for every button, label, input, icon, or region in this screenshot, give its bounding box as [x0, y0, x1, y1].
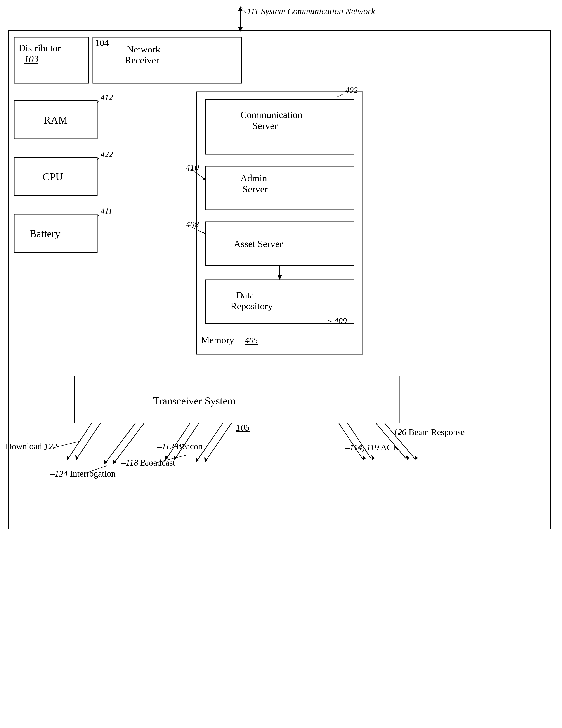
- comm-server-label: Communication: [241, 110, 302, 120]
- svg-marker-47: [371, 455, 375, 460]
- svg-marker-35: [113, 460, 116, 464]
- interrogation-label: –124 Interrogation: [50, 469, 116, 479]
- svg-marker-34: [104, 460, 107, 464]
- network-receiver-label: Network: [127, 44, 160, 55]
- ram-number: 412: [101, 93, 113, 102]
- comm-server-label2: Server: [253, 120, 278, 131]
- data-repo-number: 409: [334, 316, 347, 325]
- svg-marker-46: [363, 455, 366, 460]
- svg-line-41: [206, 423, 232, 461]
- admin-server-ref: 410: [186, 163, 199, 172]
- svg-marker-31: [75, 455, 79, 460]
- data-repo-label: Data: [236, 290, 254, 301]
- beam-response-label: –126 Beam Response: [389, 427, 465, 437]
- svg-marker-19: [203, 177, 206, 180]
- asset-server-ref: 408: [186, 219, 199, 229]
- broadcast-label: –118 Broadcast: [121, 458, 175, 468]
- asset-server-label: Asset Server: [234, 239, 283, 249]
- svg-marker-2: [238, 7, 243, 11]
- svg-line-33: [114, 423, 144, 463]
- transceiver-number: 105: [236, 423, 250, 433]
- download-label: Download 122: [5, 441, 57, 451]
- svg-line-32: [105, 423, 136, 463]
- svg-marker-24: [278, 275, 282, 280]
- svg-rect-17: [206, 166, 354, 210]
- admin-server-label2: Server: [243, 184, 268, 195]
- cpu-label: CPU: [43, 171, 63, 183]
- memory-ref: 402: [345, 85, 358, 95]
- memory-label: Memory: [201, 335, 234, 345]
- transceiver-label: Transceiver System: [153, 395, 236, 407]
- memory-number: 405: [245, 335, 258, 345]
- data-repo-label2: Repository: [231, 301, 273, 312]
- network-receiver-num-label: 104: [95, 38, 109, 48]
- battery-number: 411: [101, 206, 112, 216]
- svg-marker-50: [406, 455, 409, 460]
- admin-server-label: Admin: [241, 173, 267, 184]
- distributor-label: Distributor: [19, 43, 61, 54]
- cpu-number: 422: [101, 150, 113, 159]
- svg-rect-25: [206, 280, 354, 324]
- network-receiver-label2: Receiver: [125, 55, 159, 66]
- svg-rect-16: [206, 99, 354, 154]
- svg-rect-14: [197, 92, 363, 354]
- svg-text:111 System Communication Netwo: 111 System Communication Network: [247, 6, 375, 16]
- svg-marker-30: [67, 455, 70, 460]
- svg-line-15: [336, 94, 343, 97]
- diagram-svg: 111 System Communication Network Distrib…: [0, 0, 562, 728]
- diagram: 111 System Communication Network Distrib…: [0, 0, 562, 728]
- svg-line-26: [328, 320, 333, 322]
- battery-label: Battery: [30, 228, 60, 239]
- ack-label: –114, 119 ACK: [345, 442, 399, 452]
- svg-rect-7: [93, 37, 242, 83]
- svg-marker-42: [196, 457, 199, 462]
- beacon-label: –112 Beacon: [157, 441, 203, 451]
- ram-label: RAM: [44, 114, 68, 126]
- svg-marker-51: [415, 455, 418, 460]
- svg-marker-43: [204, 457, 208, 462]
- distributor-number: 103: [24, 54, 38, 64]
- svg-rect-27: [74, 376, 400, 423]
